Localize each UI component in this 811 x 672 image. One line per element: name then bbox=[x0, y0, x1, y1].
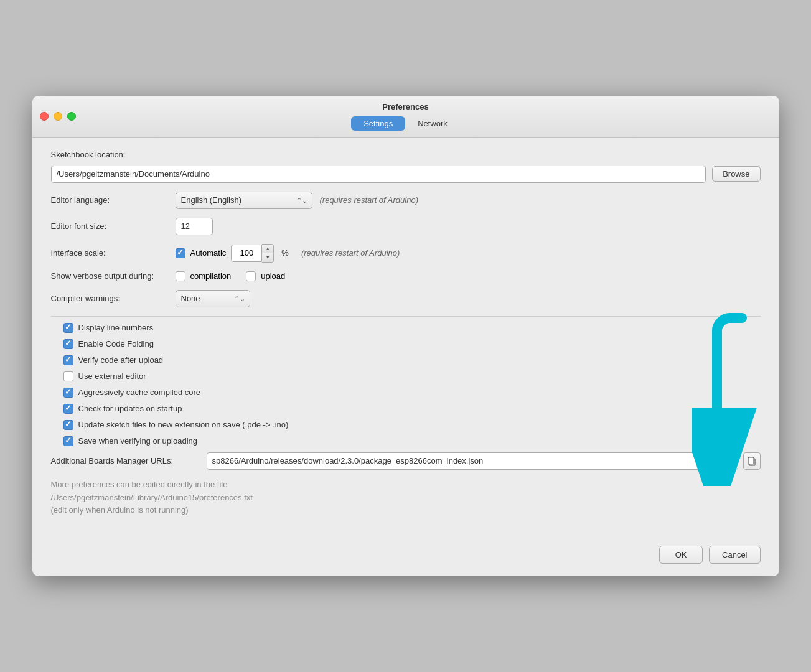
interface-scale-hint: (requires restart of Arduino) bbox=[301, 248, 400, 258]
checkbox-row-4: Aggressively cache compiled core bbox=[63, 388, 761, 398]
stepper-buttons: ▲ ▼ bbox=[262, 244, 274, 263]
verbose-output-label: Show verbose output during: bbox=[51, 271, 176, 281]
divider bbox=[51, 316, 761, 317]
info-line3: (edit only when Arduino is not running) bbox=[51, 505, 189, 515]
display-line-numbers-label[interactable]: Display line numbers bbox=[78, 323, 154, 332]
check-updates-checkbox[interactable] bbox=[63, 404, 73, 414]
checkbox-row-7: Save when verifying or uploading bbox=[63, 436, 761, 446]
aggressively-cache-label[interactable]: Aggressively cache compiled core bbox=[78, 388, 201, 397]
info-text: More preferences can be edited directly … bbox=[51, 478, 761, 517]
upload-label[interactable]: upload bbox=[261, 271, 285, 281]
checkbox-row-0: Display line numbers bbox=[63, 323, 761, 333]
editor-font-size-label: Editor font size: bbox=[51, 222, 176, 231]
enable-code-folding-label[interactable]: Enable Code Folding bbox=[78, 339, 154, 348]
editor-language-row: Editor language: English (English) ⌃⌄ (r… bbox=[51, 192, 761, 209]
sketchbook-input[interactable] bbox=[51, 166, 706, 183]
stepper-up-button[interactable]: ▲ bbox=[262, 245, 273, 253]
editor-font-size-input[interactable] bbox=[176, 218, 213, 235]
checkbox-row-6: Update sketch files to new extension on … bbox=[63, 420, 761, 430]
titlebar: Preferences Settings Network bbox=[32, 96, 779, 138]
verify-code-checkbox[interactable] bbox=[63, 355, 73, 365]
cancel-button[interactable]: Cancel bbox=[709, 546, 760, 564]
automatic-label[interactable]: Automatic bbox=[190, 248, 227, 258]
interface-scale-controls: Automatic ▲ ▼ % (requires restart of Ard… bbox=[176, 244, 400, 263]
verbose-output-row: Show verbose output during: compilation … bbox=[51, 271, 761, 281]
content: Sketchbook location: Browse Editor langu… bbox=[32, 138, 779, 536]
tab-bar: Settings Network bbox=[351, 116, 460, 131]
upload-checkbox[interactable] bbox=[246, 271, 256, 281]
update-sketch-files-label[interactable]: Update sketch files to new extension on … bbox=[78, 420, 289, 429]
interface-scale-row: Interface scale: Automatic ▲ ▼ % (requir… bbox=[51, 244, 761, 263]
ok-button[interactable]: OK bbox=[659, 546, 703, 564]
checkboxes-section: Display line numbers Enable Code Folding… bbox=[63, 323, 761, 446]
tab-network[interactable]: Network bbox=[405, 116, 460, 131]
aggressively-cache-checkbox[interactable] bbox=[63, 388, 73, 398]
save-when-verifying-checkbox[interactable] bbox=[63, 436, 73, 446]
content-wrapper: Sketchbook location: Browse Editor langu… bbox=[32, 138, 779, 536]
editor-font-size-row: Editor font size: bbox=[51, 218, 761, 235]
browse-button[interactable]: Browse bbox=[712, 166, 760, 182]
verbose-controls: compilation upload bbox=[176, 271, 286, 281]
maximize-button[interactable] bbox=[67, 112, 76, 121]
external-editor-label[interactable]: Use external editor bbox=[78, 371, 146, 381]
checkbox-row-3: Use external editor bbox=[63, 371, 761, 381]
preferences-window: Preferences Settings Network Sketchbook … bbox=[32, 96, 779, 576]
scale-value-input[interactable] bbox=[231, 245, 262, 262]
enable-code-folding-checkbox[interactable] bbox=[63, 339, 73, 349]
interface-scale-label: Interface scale: bbox=[51, 248, 176, 258]
info-line2: /Users/pgeitzmanstein/Library/Arduino15/… bbox=[51, 493, 253, 502]
window-title: Preferences bbox=[382, 102, 428, 111]
checkbox-row-5: Check for updates on startup bbox=[63, 404, 761, 414]
footer: OK Cancel bbox=[32, 536, 779, 576]
percent-label: % bbox=[281, 248, 289, 258]
checkbox-row-2: Verify code after upload bbox=[63, 355, 761, 365]
automatic-checkbox[interactable] bbox=[176, 248, 185, 258]
display-line-numbers-checkbox[interactable] bbox=[63, 323, 73, 333]
scale-stepper-wrapper: ▲ ▼ bbox=[231, 244, 274, 263]
stepper-down-button[interactable]: ▼ bbox=[262, 253, 273, 262]
traffic-lights bbox=[40, 112, 76, 121]
compiler-warnings-label: Compiler warnings: bbox=[51, 294, 176, 303]
update-sketch-files-checkbox[interactable] bbox=[63, 420, 73, 430]
boards-manager-row: Additional Boards Manager URLs: bbox=[51, 452, 761, 470]
compilation-label[interactable]: compilation bbox=[190, 271, 232, 281]
compiler-warnings-select[interactable]: None Default More All bbox=[176, 290, 250, 307]
verify-code-label[interactable]: Verify code after upload bbox=[78, 355, 164, 365]
copy-icon-button[interactable] bbox=[743, 452, 761, 470]
sketchbook-label: Sketchbook location: bbox=[51, 150, 761, 159]
info-line1: More preferences can be edited directly … bbox=[51, 480, 228, 489]
boards-manager-label: Additional Boards Manager URLs: bbox=[51, 456, 200, 465]
editor-language-label: Editor language: bbox=[51, 195, 176, 205]
external-editor-checkbox[interactable] bbox=[63, 371, 73, 381]
compiler-warnings-row: Compiler warnings: None Default More All… bbox=[51, 290, 761, 307]
editor-language-select[interactable]: English (English) bbox=[176, 192, 312, 209]
editor-language-select-wrapper: English (English) ⌃⌄ bbox=[176, 192, 312, 209]
save-when-verifying-label[interactable]: Save when verifying or uploading bbox=[78, 436, 198, 446]
close-button[interactable] bbox=[40, 112, 49, 121]
compiler-warnings-select-wrapper: None Default More All ⌃⌄ bbox=[176, 290, 250, 307]
tab-settings[interactable]: Settings bbox=[351, 116, 405, 131]
editor-language-hint: (requires restart of Arduino) bbox=[320, 195, 418, 205]
checkbox-row-1: Enable Code Folding bbox=[63, 339, 761, 349]
compilation-checkbox[interactable] bbox=[176, 271, 185, 281]
boards-manager-input[interactable] bbox=[207, 452, 738, 470]
svg-rect-1 bbox=[748, 457, 754, 464]
check-updates-label[interactable]: Check for updates on startup bbox=[78, 404, 182, 413]
minimize-button[interactable] bbox=[54, 112, 62, 121]
